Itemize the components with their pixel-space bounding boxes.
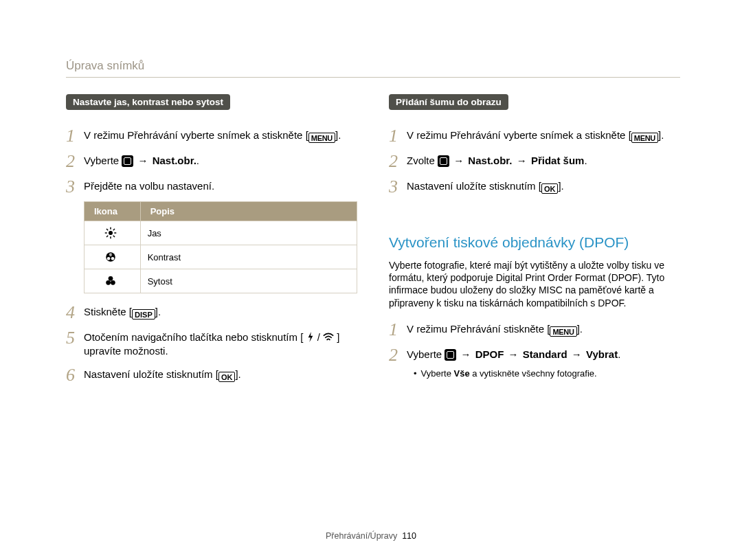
two-column-layout: Nastavte jas, kontrast nebo sytost 1 V r… xyxy=(66,94,680,388)
step-text: Vyberte → Nast.obr.. xyxy=(84,152,199,168)
step-text: V režimu Přehrávání stiskněte [MENU]. xyxy=(407,320,583,337)
subsection-pill-left: Nastavte jas, kontrast nebo sytost xyxy=(66,94,230,110)
dpof-sub-bullet: •Vyberte Vše a vytiskněte všechny fotogr… xyxy=(414,368,680,379)
disp-glyph: DISP xyxy=(132,309,155,320)
svg-point-15 xyxy=(106,280,111,285)
edit-image-icon xyxy=(438,155,449,167)
step-text: Stiskněte [DISP]. xyxy=(84,303,161,320)
step-number: 1 xyxy=(66,126,84,145)
left-step-5: 5 Otočením navigačního tlačítka nebo sti… xyxy=(66,328,357,359)
step-text: V režimu Přehrávání vyberte snímek a sti… xyxy=(84,126,341,143)
table-desc: Kontrast xyxy=(140,245,357,269)
step-text: V režimu Přehrávání vyberte snímek a sti… xyxy=(407,126,664,143)
svg-point-10 xyxy=(107,257,111,260)
step-text: Vyberte → DPOF → Standard → Vybrat. xyxy=(407,346,620,361)
svg-point-11 xyxy=(111,257,115,260)
step-number: 6 xyxy=(66,366,84,384)
dpof-heading: Vytvoření tiskové objednávky (DPOF) xyxy=(389,234,680,251)
step-number: 5 xyxy=(66,328,84,347)
footer-section: Přehrávání/Úpravy xyxy=(326,531,397,541)
dpof-step-2: 2 Vyberte → DPOF → Standard → Vybrat. xyxy=(389,346,680,364)
options-table: Ikona Popis xyxy=(84,201,357,293)
table-row: Jas xyxy=(85,221,357,245)
edit-image-icon xyxy=(122,155,133,167)
brightness-icon xyxy=(104,227,117,239)
table-desc: Sytost xyxy=(140,269,357,293)
svg-line-6 xyxy=(113,236,115,237)
left-step-4: 4 Stiskněte [DISP]. xyxy=(66,303,357,322)
flash-icon xyxy=(306,332,315,342)
step-number: 1 xyxy=(389,320,407,339)
step-number: 2 xyxy=(389,346,407,364)
step-text: Přejděte na volbu nastavení. xyxy=(84,177,214,193)
table-header-icon: Ikona xyxy=(85,202,141,221)
menu-glyph: MENU xyxy=(550,326,576,337)
menu-glyph: MENU xyxy=(631,133,658,143)
step-text: Nastavení uložíte stisknutím [OK]. xyxy=(84,366,241,382)
step-number: 4 xyxy=(66,303,84,322)
svg-text:ACB: ACB xyxy=(109,254,113,257)
right-column: Přidání šumu do obrazu 1 V režimu Přehrá… xyxy=(389,94,680,388)
left-column: Nastavte jas, kontrast nebo sytost 1 V r… xyxy=(66,94,357,388)
step-text: Nastavení uložíte stisknutím [OK]. xyxy=(407,177,564,194)
section-header: Úprava snímků xyxy=(66,59,680,73)
table-row: Sytost xyxy=(85,269,357,293)
step-number: 3 xyxy=(66,177,84,196)
step-text: Zvolte → Nast.obr. → Přidat šum. xyxy=(407,152,587,168)
svg-line-5 xyxy=(106,229,108,230)
dpof-paragraph: Vyberte fotografie, které mají být vytiš… xyxy=(389,259,680,309)
page-footer: Přehrávání/Úpravy 110 xyxy=(0,531,742,541)
settings-icon xyxy=(445,349,456,361)
contrast-icon-cell: ACB xyxy=(85,245,141,269)
left-step-2: 2 Vyberte → Nast.obr.. xyxy=(66,152,357,170)
left-step-1: 1 V režimu Přehrávání vyberte snímek a s… xyxy=(66,126,357,145)
menu-glyph: MENU xyxy=(308,133,335,143)
svg-line-8 xyxy=(113,229,115,230)
manual-page: Úprava snímků Nastavte jas, kontrast neb… xyxy=(0,0,742,560)
dpof-step-1: 1 V režimu Přehrávání stiskněte [MENU]. xyxy=(389,320,680,339)
right-step-1: 1 V režimu Přehrávání vyberte snímek a s… xyxy=(389,126,680,145)
subsection-pill-right: Přidání šumu do obrazu xyxy=(389,94,508,110)
step-number: 2 xyxy=(389,152,407,170)
page-number: 110 xyxy=(402,531,416,541)
ok-glyph: OK xyxy=(541,183,559,194)
svg-point-0 xyxy=(109,231,113,235)
wifi-icon xyxy=(323,333,334,342)
step-number: 1 xyxy=(389,126,407,145)
saturation-icon xyxy=(104,275,117,287)
bullet-dot: • xyxy=(414,368,421,379)
saturation-icon-cell xyxy=(85,269,141,293)
ok-glyph: OK xyxy=(218,372,236,382)
svg-point-16 xyxy=(111,280,115,285)
svg-line-7 xyxy=(106,236,108,237)
step-number: 3 xyxy=(389,177,407,196)
header-divider xyxy=(66,77,680,78)
table-header-desc: Popis xyxy=(140,202,357,221)
brightness-icon-cell xyxy=(85,221,141,245)
table-desc: Jas xyxy=(140,221,357,245)
step-number: 2 xyxy=(66,152,84,170)
left-step-3: 3 Přejděte na volbu nastavení. xyxy=(66,177,357,196)
table-row: ACB Kontrast xyxy=(85,245,357,269)
right-step-3: 3 Nastavení uložíte stisknutím [OK]. xyxy=(389,177,680,196)
right-step-2: 2 Zvolte → Nast.obr. → Přidat šum. xyxy=(389,152,680,170)
svg-point-14 xyxy=(109,276,113,281)
step-text: Otočením navigačního tlačítka nebo stisk… xyxy=(84,328,357,359)
contrast-icon: ACB xyxy=(104,251,117,263)
left-step-6: 6 Nastavení uložíte stisknutím [OK]. xyxy=(66,366,357,384)
